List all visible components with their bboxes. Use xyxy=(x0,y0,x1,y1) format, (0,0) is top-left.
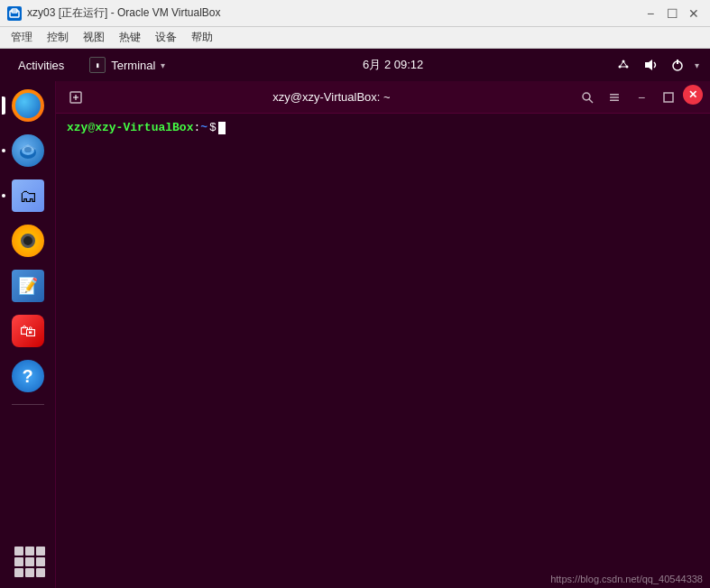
prompt-at: @ xyxy=(88,121,95,134)
dock-item-help[interactable]: ? xyxy=(7,355,49,397)
terminal-menu-button[interactable] xyxy=(602,85,627,110)
terminal-title-text: xzy@xzy-VirtualBox: ~ xyxy=(88,90,575,104)
gnome-topbar: Activities ▮ Terminal ▾ 6月 2 09:12 xyxy=(0,49,710,81)
vbox-window-controls: − ☐ ✕ xyxy=(641,5,703,23)
prompt-dollar: $ xyxy=(209,121,217,134)
gnome-power-icon[interactable] xyxy=(668,55,687,75)
gnome-tray-dropdown-icon[interactable]: ▾ xyxy=(695,60,699,70)
gnome-tray: ▾ xyxy=(613,55,699,75)
terminal-close-button[interactable]: ✕ xyxy=(683,85,703,105)
ubuntu-dock: 🗂 📝 🛍 ? xyxy=(0,81,56,588)
vbox-menu-hotkey[interactable]: 热键 xyxy=(112,28,148,47)
firefox-icon xyxy=(12,89,44,122)
vbox-icon xyxy=(7,6,22,21)
svg-line-19 xyxy=(589,99,593,103)
terminal-body[interactable]: xzy @ xzy-VirtualBox : ~ $ xyxy=(56,114,710,570)
gnome-clock[interactable]: 6月 2 09:12 xyxy=(172,57,613,73)
main-area: 🗂 📝 🛍 ? xyxy=(0,81,710,588)
dock-item-files[interactable]: 🗂 xyxy=(7,175,49,216)
dock-separator xyxy=(12,404,44,405)
prompt-colon: : xyxy=(193,121,200,134)
dock-item-firefox[interactable] xyxy=(7,85,49,126)
vbox-menubar: 管理 控制 视图 热键 设备 帮助 xyxy=(0,27,710,49)
svg-point-18 xyxy=(583,93,590,100)
gnome-activities-button[interactable]: Activities xyxy=(11,55,71,76)
gnome-datetime: 6月 2 09:12 xyxy=(363,58,423,71)
vbox-title-text: xzy03 [正在运行] - Oracle VM VirtualBox xyxy=(27,5,641,21)
vbox-minimize-button[interactable]: − xyxy=(641,5,659,23)
dock-item-appcenter[interactable]: 🛍 xyxy=(7,310,49,352)
terminal-statusbar: https://blog.csdn.net/qq_40544338 xyxy=(56,570,710,588)
vbox-menu-control[interactable]: 控制 xyxy=(40,28,76,47)
svg-line-6 xyxy=(623,61,627,67)
terminal-maximize-button[interactable] xyxy=(656,85,681,110)
terminal-titlebar: xzy@xzy-VirtualBox: ~ xyxy=(56,81,710,114)
libreoffice-icon: 📝 xyxy=(12,270,44,302)
prompt-path: ~ xyxy=(200,121,207,134)
vbox-titlebar: xzy03 [正在运行] - Oracle VM VirtualBox − ☐ … xyxy=(0,0,710,27)
svg-line-5 xyxy=(620,61,623,67)
terminal-app-icon: ▮ xyxy=(89,57,106,73)
prompt-hostname: xzy-VirtualBox xyxy=(95,121,193,134)
appcenter-icon: 🛍 xyxy=(12,315,44,347)
svg-marker-8 xyxy=(645,60,652,70)
dock-item-thunderbird[interactable] xyxy=(7,130,49,171)
apps-grid-icon xyxy=(12,544,44,576)
prompt-username: xzy xyxy=(67,121,88,134)
svg-rect-22 xyxy=(610,99,619,101)
gnome-network-icon[interactable] xyxy=(613,55,633,75)
terminal-minimize-button[interactable]: − xyxy=(629,85,654,110)
vbox-menu-devices[interactable]: 设备 xyxy=(148,28,184,47)
terminal-window: xzy@xzy-VirtualBox: ~ xyxy=(56,81,710,588)
dock-item-rhythmbox[interactable] xyxy=(7,220,49,262)
svg-rect-20 xyxy=(610,94,619,96)
dock-show-apps-button[interactable] xyxy=(7,539,49,581)
files-icon: 🗂 xyxy=(12,179,44,212)
terminal-prompt-line: xzy @ xzy-VirtualBox : ~ $ xyxy=(67,121,699,134)
terminal-search-button[interactable] xyxy=(575,85,600,110)
gnome-volume-icon[interactable] xyxy=(641,55,660,75)
vbox-menu-manage[interactable]: 管理 xyxy=(4,28,40,47)
thunderbird-icon xyxy=(12,134,44,167)
vbox-menu-view[interactable]: 视图 xyxy=(76,28,112,47)
svg-rect-21 xyxy=(610,96,619,98)
terminal-titlebar-controls: − ✕ xyxy=(575,85,703,110)
dock-item-libreoffice[interactable]: 📝 xyxy=(7,265,49,307)
gnome-app-dropdown-icon: ▾ xyxy=(161,60,165,70)
gnome-app-name: Terminal xyxy=(111,59,155,72)
rhythmbox-icon xyxy=(12,225,44,257)
vbox-close-button[interactable]: ✕ xyxy=(685,5,703,23)
terminal-cursor xyxy=(218,122,226,134)
vbox-maximize-button[interactable]: ☐ xyxy=(663,5,681,23)
help-icon: ? xyxy=(12,360,44,392)
watermark-text: https://blog.csdn.net/qq_40544338 xyxy=(550,574,703,584)
gnome-app-indicator[interactable]: ▮ Terminal ▾ xyxy=(82,53,172,77)
terminal-new-tab-button[interactable] xyxy=(63,85,88,110)
svg-rect-23 xyxy=(664,93,673,102)
vbox-menu-help[interactable]: 帮助 xyxy=(184,28,220,47)
